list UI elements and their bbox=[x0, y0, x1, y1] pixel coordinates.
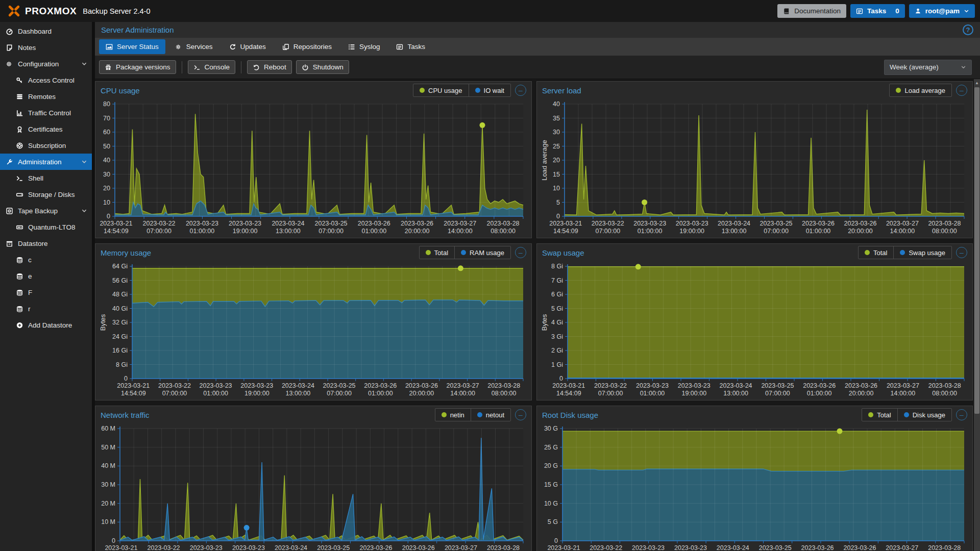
sidebar-item-r[interactable]: r bbox=[0, 300, 92, 317]
panel-header: Memory usageTotalRAM usage– bbox=[95, 244, 531, 261]
svg-text:0: 0 bbox=[124, 375, 128, 382]
panel-header: Server loadLoad average– bbox=[537, 82, 972, 99]
chart-reset-button[interactable]: – bbox=[956, 409, 967, 420]
database-icon bbox=[16, 289, 23, 296]
sidebar-item-certificates[interactable]: Certificates bbox=[0, 121, 92, 137]
panel-header: Swap usageTotalSwap usage– bbox=[537, 244, 972, 261]
sidebar-item-datastore[interactable]: Datastore bbox=[0, 235, 92, 252]
database-icon bbox=[16, 305, 23, 313]
gift-icon bbox=[105, 64, 112, 71]
tab-syslog[interactable]: Syslog bbox=[341, 39, 387, 54]
svg-text:80: 80 bbox=[103, 101, 110, 108]
legend-item-total[interactable]: Total bbox=[862, 409, 897, 421]
chart-title: Memory usage bbox=[101, 248, 151, 257]
chart-body: 05101520253035402023-03-2114:54:092023-0… bbox=[537, 99, 972, 238]
tab-label: Updates bbox=[240, 43, 266, 51]
svg-text:2023-03-24: 2023-03-24 bbox=[720, 382, 752, 389]
help-button[interactable]: ? bbox=[963, 24, 973, 35]
sidebar-item-access-control[interactable]: Access Control bbox=[0, 72, 92, 88]
legend-item-netin[interactable]: netin bbox=[435, 409, 471, 421]
legend-item-load-average[interactable]: Load average bbox=[890, 84, 951, 96]
chart-reset-button[interactable]: – bbox=[515, 247, 526, 258]
tab-server-status[interactable]: Server Status bbox=[99, 39, 165, 54]
svg-text:Bytes: Bytes bbox=[541, 314, 548, 331]
chart-canvas-rootdisk[interactable]: 05 G10 G15 G20 G25 G30 G2023-03-2114:54:… bbox=[537, 423, 971, 551]
chart-canvas-load[interactable]: 05101520253035402023-03-2114:54:092023-0… bbox=[537, 99, 971, 238]
chart-reset-button[interactable]: – bbox=[956, 85, 967, 96]
sidebar-item-storage-disks[interactable]: Storage / Disks bbox=[0, 186, 92, 203]
chevron-down-icon bbox=[961, 64, 966, 70]
svg-text:07:00:00: 07:00:00 bbox=[146, 228, 172, 235]
sidebar-item-shell[interactable]: Shell bbox=[0, 170, 92, 186]
chevron-down-icon[interactable] bbox=[81, 61, 87, 67]
scrollbar[interactable]: ▲ bbox=[974, 79, 980, 551]
legend-item-total[interactable]: Total bbox=[859, 246, 893, 259]
sidebar-item-remotes[interactable]: Remotes bbox=[0, 88, 92, 105]
sidebar-item-tape-backup[interactable]: Tape Backup bbox=[0, 203, 92, 219]
legend-item-disk-usage[interactable]: Disk usage bbox=[897, 409, 951, 421]
chart-reset-button[interactable]: – bbox=[956, 247, 967, 258]
chart-canvas-memory[interactable]: 08 Gi16 Gi24 Gi32 Gi40 Gi48 Gi56 Gi64 Gi… bbox=[95, 261, 530, 400]
user-menu-button[interactable]: root@pam bbox=[909, 4, 975, 18]
reboot-button[interactable]: Reboot bbox=[247, 60, 292, 74]
scrollbar-up-arrow[interactable]: ▲ bbox=[974, 79, 980, 86]
svg-text:2023-03-23: 2023-03-23 bbox=[632, 544, 665, 551]
sidebar-item-dashboard[interactable]: Dashboard bbox=[0, 23, 92, 39]
tab-repositories[interactable]: Repositories bbox=[276, 39, 338, 54]
tab-tasks[interactable]: Tasks bbox=[389, 39, 432, 54]
shutdown-button[interactable]: Shutdown bbox=[296, 60, 349, 74]
legend-item-io-wait[interactable]: IO wait bbox=[469, 84, 510, 96]
time-range-selector[interactable]: Week (average) bbox=[884, 60, 972, 75]
chart-body: 010203040506070802023-03-2114:54:092023-… bbox=[95, 99, 531, 238]
sidebar-item-label: Access Control bbox=[28, 77, 75, 84]
sidebar-item-f[interactable]: F bbox=[0, 284, 92, 300]
svg-text:2023-03-25: 2023-03-25 bbox=[315, 220, 348, 227]
svg-text:2 Gi: 2 Gi bbox=[551, 347, 563, 354]
svg-text:08:00:00: 08:00:00 bbox=[932, 390, 957, 397]
chevron-down-icon[interactable] bbox=[81, 159, 87, 165]
chart-reset-button[interactable]: – bbox=[515, 409, 526, 420]
tab-label: Services bbox=[186, 43, 213, 51]
legend-item-swap-usage[interactable]: Swap usage bbox=[893, 246, 951, 259]
legend-dot bbox=[865, 250, 870, 255]
svg-text:2023-03-22: 2023-03-22 bbox=[590, 544, 622, 551]
svg-text:07:00:00: 07:00:00 bbox=[764, 228, 789, 235]
tab-updates[interactable]: Updates bbox=[223, 39, 273, 54]
svg-text:70: 70 bbox=[103, 115, 110, 122]
chart-canvas-swap[interactable]: 01 Gi2 Gi3 Gi4 Gi5 Gi6 Gi7 Gi8 Gi2023-03… bbox=[537, 261, 971, 400]
sidebar-item-configuration[interactable]: Configuration bbox=[0, 56, 92, 72]
svg-text:20:00:00: 20:00:00 bbox=[848, 228, 873, 235]
sidebar-item-add-datastore[interactable]: Add Datastore bbox=[0, 317, 92, 333]
sidebar-item-notes[interactable]: Notes bbox=[0, 39, 92, 56]
svg-text:2023-03-21: 2023-03-21 bbox=[100, 220, 132, 227]
tab-services[interactable]: Services bbox=[168, 39, 219, 54]
legend-item-ram-usage[interactable]: RAM usage bbox=[454, 246, 510, 259]
svg-text:24 Gi: 24 Gi bbox=[112, 333, 128, 340]
tab-label: Repositories bbox=[293, 43, 332, 51]
sidebar-item-e[interactable]: e bbox=[0, 268, 92, 284]
package-versions-button[interactable]: Package versions bbox=[99, 60, 176, 74]
sidebar-item-traffic-control[interactable]: Traffic Control bbox=[0, 105, 92, 121]
chevron-down-icon bbox=[964, 8, 969, 14]
chart-canvas-network[interactable]: 010 M20 M30 M40 M50 M60 M2023-03-2114:54… bbox=[95, 423, 530, 551]
legend-dot bbox=[426, 250, 431, 255]
chart-legend: netinnetout bbox=[435, 408, 511, 421]
legend-item-cpu-usage[interactable]: CPU usage bbox=[413, 84, 468, 96]
scrollbar-thumb[interactable] bbox=[974, 87, 979, 414]
chart-canvas-cpu[interactable]: 010203040506070802023-03-2114:54:092023-… bbox=[95, 99, 530, 238]
chevron-down-icon[interactable] bbox=[81, 208, 87, 214]
tasks-button[interactable]: Tasks 0 bbox=[850, 4, 905, 18]
svg-text:0: 0 bbox=[554, 537, 558, 544]
toolbar-separator bbox=[182, 61, 182, 73]
legend-item-total[interactable]: Total bbox=[420, 246, 454, 259]
console-button[interactable]: Console bbox=[188, 60, 236, 74]
sidebar-item-quantum-lto8[interactable]: Quantum-LTO8 bbox=[0, 219, 92, 235]
sidebar-item-c[interactable]: c bbox=[0, 252, 92, 268]
documentation-button[interactable]: Documentation bbox=[777, 4, 846, 18]
sidebar-item-administration[interactable]: Administration bbox=[0, 154, 92, 170]
sidebar-item-subscription[interactable]: Subscription bbox=[0, 137, 92, 154]
svg-text:2023-03-21: 2023-03-21 bbox=[547, 544, 580, 551]
chart-reset-button[interactable]: – bbox=[515, 85, 526, 96]
legend-item-netout[interactable]: netout bbox=[471, 409, 510, 421]
lifering-icon bbox=[16, 142, 23, 149]
